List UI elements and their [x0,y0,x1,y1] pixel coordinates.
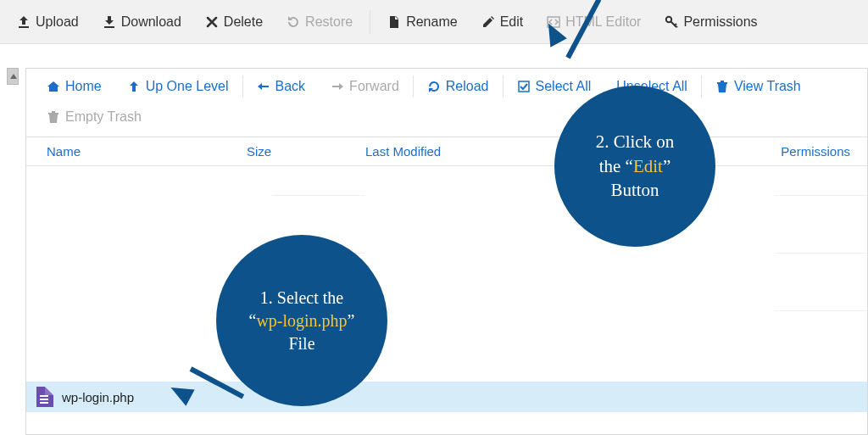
nav-toolbar-row2: Empty Trash [26,104,867,137]
reload-label: Reload [446,79,489,94]
nav-separator [503,75,504,98]
back-label: Back [275,79,306,94]
file-name: wp-login.php [62,390,134,404]
restore-label: Restore [305,14,353,30]
table-cell [775,253,867,282]
back-arrow-icon [257,80,270,93]
scrollbar-up[interactable] [7,68,19,85]
delete-label: Delete [224,14,263,30]
reload-button[interactable]: Reload [415,74,501,99]
permissions-label: Permissions [683,14,757,30]
restore-button: Restore [276,9,363,35]
reload-icon [427,80,441,93]
upload-button[interactable]: Upload [7,9,89,35]
table-cell [272,195,364,224]
select-all-button[interactable]: Select All [505,74,604,99]
delete-icon [205,15,219,29]
annotation-text: File [288,332,314,355]
delete-button[interactable]: Delete [195,9,273,35]
nav-separator [413,75,414,98]
nav-separator [242,75,243,98]
file-manager-panel: Home Up One Level Back Forward Rel [25,68,868,435]
toolbar-separator [370,10,370,34]
rename-label: Rename [406,14,457,30]
download-icon [103,15,116,29]
table-cell [775,195,867,224]
column-permissions[interactable]: Permissions [781,144,859,159]
column-name[interactable]: Name [35,144,247,159]
home-label: Home [65,79,102,94]
edit-button[interactable]: Edit [471,9,534,35]
column-last-modified[interactable]: Last Modified [365,144,535,159]
forward-arrow-icon [331,80,344,93]
empty-trash-icon [47,110,60,124]
up-arrow-icon [127,80,141,93]
svg-rect-2 [519,81,529,92]
key-icon [665,15,678,29]
trash-icon [715,80,729,93]
file-rows: wp-login.php [26,166,867,412]
annotation-text: Button [610,178,659,202]
select-all-icon [517,80,531,93]
home-icon [47,80,60,93]
annotation-text: the “Edit” [599,154,671,178]
upload-label: Upload [36,14,79,30]
php-file-icon [36,387,53,407]
rename-button[interactable]: Rename [377,9,467,35]
edit-icon [481,15,495,29]
table-row[interactable]: wp-login.php [26,382,867,412]
nav-separator [701,75,702,98]
up-one-level-label: Up One Level [146,79,229,94]
column-size[interactable]: Size [247,144,365,159]
table-header: Name Size Last Modified Permissions [26,137,867,166]
edit-label: Edit [500,14,524,30]
download-label: Download [121,14,181,30]
nav-toolbar: Home Up One Level Back Forward Rel [26,69,867,104]
rename-icon [387,15,401,29]
annotation-step-2: 2. Click on the “Edit” Button [555,86,715,246]
view-trash-label: View Trash [734,79,801,94]
table-cell [775,310,867,339]
view-trash-button[interactable]: View Trash [704,74,813,99]
annotation-step-1: 1. Select the “wp-login.php” File [217,236,387,405]
permissions-button[interactable]: Permissions [654,9,767,35]
home-button[interactable]: Home [35,74,114,99]
forward-button: Forward [319,74,411,99]
download-button[interactable]: Download [92,9,192,35]
back-button[interactable]: Back [245,74,318,99]
restore-icon [287,15,300,29]
annotation-text: “wp-login.php” [249,310,355,332]
upload-icon [17,15,31,29]
annotation-text: 2. Click on [596,130,675,153]
annotation-text: 1. Select the [260,287,343,310]
html-editor-label: HTML Editor [565,14,641,30]
top-toolbar: Upload Download Delete Restore Rename Ed… [0,0,868,44]
select-all-label: Select All [536,79,592,94]
empty-trash-button: Empty Trash [35,104,153,130]
forward-label: Forward [349,79,399,94]
empty-trash-label: Empty Trash [65,109,142,125]
up-one-level-button[interactable]: Up One Level [115,74,241,99]
